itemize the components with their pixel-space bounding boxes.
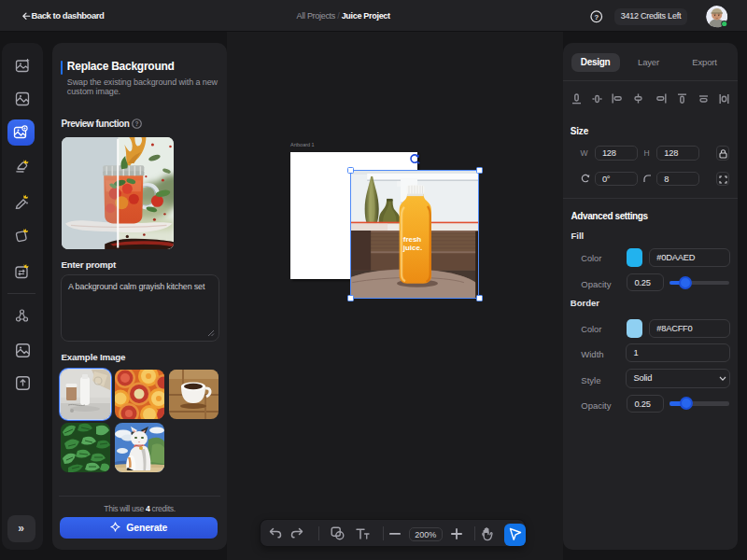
svg-text:?: ? xyxy=(134,120,138,127)
svg-text:?: ? xyxy=(594,13,599,21)
